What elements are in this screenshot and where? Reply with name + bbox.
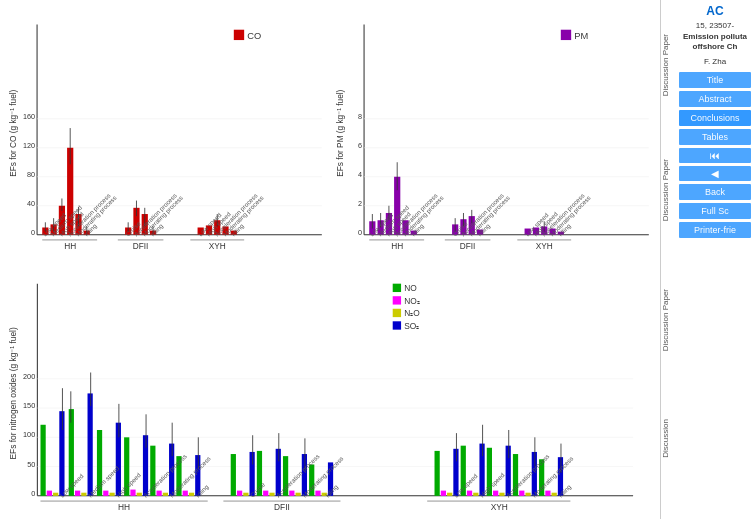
- svg-text:Idling: Idling: [324, 482, 341, 499]
- svg-rect-12: [234, 30, 244, 40]
- abstract-btn[interactable]: Abstract: [679, 91, 751, 107]
- svg-rect-137: [393, 321, 401, 329]
- svg-rect-186: [315, 490, 320, 495]
- svg-text:NO₂: NO₂: [404, 295, 420, 305]
- sidebar-paper-id: 15, 23507-: [679, 21, 751, 30]
- svg-text:EFs for nitrogen oxides (g kg⁻: EFs for nitrogen oxides (g kg⁻¹ fuel): [8, 327, 18, 459]
- svg-rect-142: [59, 411, 64, 496]
- svg-text:NO: NO: [404, 283, 417, 293]
- svg-rect-171: [237, 490, 242, 495]
- svg-text:DFII: DFII: [133, 242, 149, 251]
- svg-rect-189: [435, 450, 440, 495]
- pm-chart-svg: EFs for PM (g kg⁻¹ fuel) 0 2 4 6 8 PM: [333, 8, 654, 259]
- svg-text:6: 6: [358, 141, 362, 150]
- svg-text:200: 200: [23, 371, 35, 380]
- svg-text:HH: HH: [118, 502, 130, 512]
- svg-text:HH: HH: [64, 242, 76, 251]
- svg-text:XYH: XYH: [209, 242, 226, 251]
- svg-text:N₂O: N₂O: [404, 308, 420, 318]
- svg-text:0: 0: [31, 488, 35, 497]
- rotated-label-4: Discussion: [661, 415, 670, 462]
- svg-rect-156: [130, 489, 135, 495]
- svg-text:EFs for PM (g kg⁻¹ fuel): EFs for PM (g kg⁻¹ fuel): [336, 89, 345, 176]
- svg-text:Moderating process: Moderating process: [468, 194, 511, 237]
- sidebar-author: F. Zha: [679, 57, 751, 66]
- svg-text:0: 0: [358, 228, 362, 237]
- svg-rect-133: [393, 296, 401, 304]
- svg-rect-166: [183, 490, 188, 495]
- svg-text:XYH: XYH: [491, 502, 508, 512]
- svg-text:DFII: DFII: [274, 502, 290, 512]
- svg-rect-131: [393, 283, 401, 291]
- main-content: EFs for CO (g kg⁻¹ fuel) 0 40 80 120 160…: [0, 0, 660, 519]
- fullscreen-btn[interactable]: Full Sc: [679, 203, 751, 219]
- prev-btn[interactable]: ◀: [679, 166, 751, 181]
- chart-nox: EFs for nitrogen oxides (g kg⁻¹ fuel) 0 …: [4, 263, 656, 519]
- svg-rect-140: [47, 490, 52, 495]
- svg-rect-73: [561, 30, 571, 40]
- svg-text:100: 100: [23, 430, 35, 439]
- sidebar-paper-title: Emission polluta offshore Ch: [679, 32, 751, 53]
- svg-rect-139: [40, 424, 45, 495]
- svg-text:2: 2: [358, 199, 362, 208]
- svg-text:4: 4: [358, 170, 362, 179]
- svg-text:8: 8: [358, 112, 362, 121]
- svg-rect-146: [75, 490, 80, 495]
- svg-text:80: 80: [27, 170, 35, 179]
- svg-text:40: 40: [27, 199, 35, 208]
- svg-text:0: 0: [31, 228, 35, 237]
- rotated-label-1: Discussion Paper: [661, 30, 670, 100]
- svg-text:50: 50: [27, 459, 35, 468]
- svg-rect-205: [519, 490, 524, 495]
- svg-rect-135: [393, 308, 401, 316]
- rotated-label-3: Discussion Paper: [661, 285, 670, 355]
- tables-btn[interactable]: Tables: [679, 129, 751, 145]
- print-btn[interactable]: Printer-frie: [679, 222, 751, 238]
- back-btn[interactable]: Back: [679, 184, 751, 200]
- rotated-label-2: Discussion Paper: [661, 155, 670, 225]
- svg-rect-176: [263, 490, 268, 495]
- sidebar: Discussion Paper Discussion Paper Discus…: [660, 0, 752, 519]
- svg-rect-190: [441, 490, 446, 495]
- svg-text:EFs for CO (g kg⁻¹ fuel): EFs for CO (g kg⁻¹ fuel): [9, 89, 18, 176]
- svg-rect-195: [467, 490, 472, 495]
- nox-chart-svg: EFs for nitrogen oxides (g kg⁻¹ fuel) 0 …: [6, 267, 654, 519]
- svg-text:120: 120: [23, 141, 35, 150]
- first-btn[interactable]: ⏮: [679, 148, 751, 163]
- svg-text:SO₂: SO₂: [404, 320, 419, 330]
- svg-text:PM: PM: [574, 31, 588, 41]
- sidebar-content: AC 15, 23507- Emission polluta offshore …: [677, 0, 752, 243]
- svg-rect-210: [545, 490, 550, 495]
- co-chart-svg: EFs for CO (g kg⁻¹ fuel) 0 40 80 120 160…: [6, 8, 327, 259]
- svg-text:DFII: DFII: [460, 242, 476, 251]
- sidebar-ac-title: AC: [679, 4, 751, 18]
- svg-rect-153: [116, 422, 121, 495]
- charts-grid: EFs for CO (g kg⁻¹ fuel) 0 40 80 120 160…: [4, 4, 656, 515]
- svg-rect-200: [493, 490, 498, 495]
- svg-text:150: 150: [23, 401, 35, 410]
- title-btn[interactable]: Title: [679, 72, 751, 88]
- svg-rect-148: [88, 393, 93, 495]
- svg-text:HH: HH: [391, 242, 403, 251]
- svg-rect-151: [103, 490, 108, 495]
- svg-rect-161: [157, 490, 162, 495]
- chart-pm: EFs for PM (g kg⁻¹ fuel) 0 2 4 6 8 PM: [331, 4, 656, 261]
- svg-rect-170: [231, 454, 236, 496]
- svg-rect-181: [289, 490, 294, 495]
- svg-text:XYH: XYH: [536, 242, 553, 251]
- conclusions-btn[interactable]: Conclusions: [679, 110, 751, 126]
- svg-text:160: 160: [23, 112, 35, 121]
- chart-co: EFs for CO (g kg⁻¹ fuel) 0 40 80 120 160…: [4, 4, 329, 261]
- svg-text:CO: CO: [247, 31, 261, 41]
